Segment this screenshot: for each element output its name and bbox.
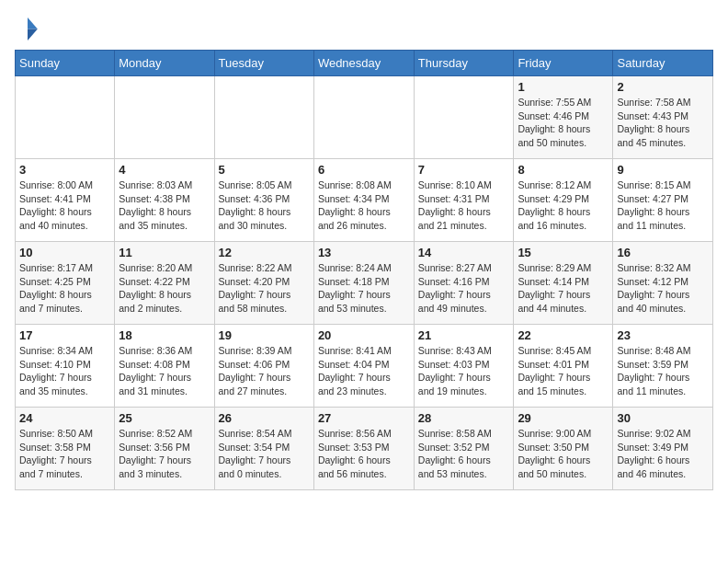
day-number: 13 [318,246,410,259]
calendar-cell: 19Sunrise: 8:39 AM Sunset: 4:06 PM Dayli… [214,325,313,408]
calendar-cell: 17Sunrise: 8:34 AM Sunset: 4:10 PM Dayli… [16,325,115,408]
calendar-cell: 6Sunrise: 8:08 AM Sunset: 4:34 PM Daylig… [313,159,414,242]
calendar-cell: 5Sunrise: 8:05 AM Sunset: 4:36 PM Daylig… [214,159,313,242]
day-number: 14 [418,246,510,259]
calendar-cell [115,76,214,159]
day-number: 3 [19,163,110,177]
calendar-cell: 22Sunrise: 8:45 AM Sunset: 4:01 PM Dayli… [514,325,613,408]
day-info: Sunrise: 8:00 AM Sunset: 4:41 PM Dayligh… [19,178,110,233]
day-number: 10 [19,246,110,259]
day-info: Sunrise: 8:41 AM Sunset: 4:04 PM Dayligh… [318,344,410,398]
weekday-header-monday: Monday [115,51,214,76]
weekday-header-thursday: Thursday [414,51,514,76]
day-number: 17 [19,328,110,342]
calendar-cell: 27Sunrise: 8:56 AM Sunset: 3:53 PM Dayli… [313,408,414,490]
day-number: 28 [418,411,510,425]
day-info: Sunrise: 9:02 AM Sunset: 3:49 PM Dayligh… [617,427,709,481]
weekday-header-friday: Friday [514,51,613,76]
day-info: Sunrise: 8:10 AM Sunset: 4:31 PM Dayligh… [418,178,510,233]
calendar-cell: 13Sunrise: 8:24 AM Sunset: 4:18 PM Dayli… [313,242,414,325]
calendar-cell: 8Sunrise: 8:12 AM Sunset: 4:29 PM Daylig… [514,159,613,242]
calendar-cell [313,76,414,159]
calendar-week-row: 10Sunrise: 8:17 AM Sunset: 4:25 PM Dayli… [16,242,713,325]
calendar-cell: 2Sunrise: 7:58 AM Sunset: 4:43 PM Daylig… [613,76,713,159]
day-info: Sunrise: 8:32 AM Sunset: 4:12 PM Dayligh… [617,261,709,316]
day-info: Sunrise: 7:58 AM Sunset: 4:43 PM Dayligh… [617,96,709,150]
weekday-header-saturday: Saturday [613,51,713,76]
day-info: Sunrise: 8:34 AM Sunset: 4:10 PM Dayligh… [19,344,110,398]
day-number: 11 [119,246,210,259]
day-info: Sunrise: 8:15 AM Sunset: 4:27 PM Dayligh… [617,178,709,233]
weekday-header-tuesday: Tuesday [214,51,313,76]
day-number: 24 [19,411,110,425]
calendar-cell: 14Sunrise: 8:27 AM Sunset: 4:16 PM Dayli… [414,242,514,325]
day-info: Sunrise: 8:45 AM Sunset: 4:01 PM Dayligh… [518,344,609,398]
calendar-cell: 4Sunrise: 8:03 AM Sunset: 4:38 PM Daylig… [115,159,214,242]
calendar-cell: 10Sunrise: 8:17 AM Sunset: 4:25 PM Dayli… [16,242,115,325]
day-info: Sunrise: 8:48 AM Sunset: 3:59 PM Dayligh… [617,344,709,398]
day-number: 19 [219,328,310,342]
calendar-cell: 30Sunrise: 9:02 AM Sunset: 3:49 PM Dayli… [613,408,713,490]
calendar-cell: 1Sunrise: 7:55 AM Sunset: 4:46 PM Daylig… [514,76,613,159]
header [15,15,713,40]
day-info: Sunrise: 8:29 AM Sunset: 4:14 PM Dayligh… [518,261,609,316]
day-info: Sunrise: 8:08 AM Sunset: 4:34 PM Dayligh… [318,178,410,233]
calendar-cell: 7Sunrise: 8:10 AM Sunset: 4:31 PM Daylig… [414,159,514,242]
calendar-week-row: 3Sunrise: 8:00 AM Sunset: 4:41 PM Daylig… [16,159,713,242]
day-number: 2 [617,80,709,94]
day-number: 8 [518,163,609,177]
day-info: Sunrise: 7:55 AM Sunset: 4:46 PM Dayligh… [518,96,609,150]
day-number: 1 [518,80,609,94]
day-info: Sunrise: 8:58 AM Sunset: 3:52 PM Dayligh… [418,427,510,481]
calendar-cell: 29Sunrise: 9:00 AM Sunset: 3:50 PM Dayli… [514,408,613,490]
day-info: Sunrise: 8:12 AM Sunset: 4:29 PM Dayligh… [518,178,609,233]
calendar-cell: 18Sunrise: 8:36 AM Sunset: 4:08 PM Dayli… [115,325,214,408]
day-number: 15 [518,246,609,259]
day-number: 5 [219,163,310,177]
calendar-cell: 26Sunrise: 8:54 AM Sunset: 3:54 PM Dayli… [214,408,313,490]
day-info: Sunrise: 8:43 AM Sunset: 4:03 PM Dayligh… [418,344,510,398]
svg-marker-0 [28,17,38,29]
weekday-header-row: SundayMondayTuesdayWednesdayThursdayFrid… [16,51,713,76]
day-number: 26 [219,411,310,425]
day-number: 18 [119,328,210,342]
day-number: 25 [119,411,210,425]
calendar-cell [16,76,115,159]
day-info: Sunrise: 8:27 AM Sunset: 4:16 PM Dayligh… [418,261,510,316]
calendar: SundayMondayTuesdayWednesdayThursdayFrid… [15,50,713,490]
day-info: Sunrise: 8:17 AM Sunset: 4:25 PM Dayligh… [19,261,110,316]
logo [15,15,44,40]
day-info: Sunrise: 8:22 AM Sunset: 4:20 PM Dayligh… [219,261,310,316]
day-number: 22 [518,328,609,342]
day-info: Sunrise: 8:36 AM Sunset: 4:08 PM Dayligh… [119,344,210,398]
day-number: 29 [518,411,609,425]
calendar-cell: 3Sunrise: 8:00 AM Sunset: 4:41 PM Daylig… [16,159,115,242]
day-info: Sunrise: 8:03 AM Sunset: 4:38 PM Dayligh… [119,178,210,233]
calendar-cell: 11Sunrise: 8:20 AM Sunset: 4:22 PM Dayli… [115,242,214,325]
calendar-week-row: 17Sunrise: 8:34 AM Sunset: 4:10 PM Dayli… [16,325,713,408]
calendar-cell: 9Sunrise: 8:15 AM Sunset: 4:27 PM Daylig… [613,159,713,242]
day-info: Sunrise: 9:00 AM Sunset: 3:50 PM Dayligh… [518,427,609,481]
day-number: 16 [617,246,709,259]
day-info: Sunrise: 8:39 AM Sunset: 4:06 PM Dayligh… [219,344,310,398]
calendar-cell [214,76,313,159]
day-number: 4 [119,163,210,177]
calendar-cell: 16Sunrise: 8:32 AM Sunset: 4:12 PM Dayli… [613,242,713,325]
logo-icon [15,15,40,40]
day-info: Sunrise: 8:20 AM Sunset: 4:22 PM Dayligh… [119,261,210,316]
day-number: 9 [617,163,709,177]
calendar-week-row: 1Sunrise: 7:55 AM Sunset: 4:46 PM Daylig… [16,76,713,159]
calendar-cell: 23Sunrise: 8:48 AM Sunset: 3:59 PM Dayli… [613,325,713,408]
day-number: 20 [318,328,410,342]
calendar-cell: 15Sunrise: 8:29 AM Sunset: 4:14 PM Dayli… [514,242,613,325]
day-number: 21 [418,328,510,342]
day-number: 27 [318,411,410,425]
day-info: Sunrise: 8:05 AM Sunset: 4:36 PM Dayligh… [219,178,310,233]
calendar-cell: 21Sunrise: 8:43 AM Sunset: 4:03 PM Dayli… [414,325,514,408]
calendar-cell: 12Sunrise: 8:22 AM Sunset: 4:20 PM Dayli… [214,242,313,325]
day-info: Sunrise: 8:54 AM Sunset: 3:54 PM Dayligh… [219,427,310,481]
day-number: 7 [418,163,510,177]
calendar-week-row: 24Sunrise: 8:50 AM Sunset: 3:58 PM Dayli… [16,408,713,490]
day-number: 6 [318,163,410,177]
svg-marker-1 [28,29,38,40]
